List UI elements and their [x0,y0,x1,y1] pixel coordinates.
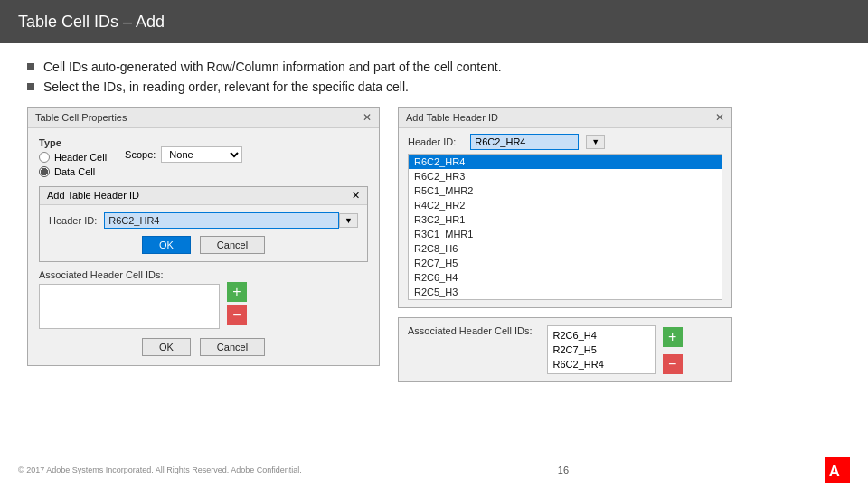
scope-label: Scope: [125,149,156,160]
left-dialog: Table Cell Properties ✕ Type Header Cell [27,107,380,366]
slide-header: Table Cell IDs – Add [0,0,868,43]
radio-header-icon [39,152,50,163]
radio-data-icon [39,166,50,177]
assoc-label: Associated Header Cell IDs: [39,269,220,280]
screenshots-row: Table Cell Properties ✕ Type Header Cell [27,107,841,382]
list-item[interactable]: R2C8_H6 [409,241,722,256]
left-dialog-title-bar: Table Cell Properties ✕ [28,108,379,128]
list-item[interactable]: R2C6_H4 [409,270,722,285]
list-item[interactable]: R3C1_MHR1 [409,227,722,241]
bullet-points-section: Cell IDs auto-generated with Row/Column … [27,60,841,94]
assoc-list-item: R6C2_HR4 [550,357,653,371]
left-dialog-body: Type Header Cell Data Cell Scope: [28,128,379,365]
right-assoc-add-button[interactable]: + [663,327,683,347]
left-dialog-title: Table Cell Properties [35,112,127,123]
right-assoc-list: R2C6_H4R2C7_H5R6C2_HR4 [547,325,656,374]
inner-dialog-title-bar: Add Table Header ID ✕ [40,187,367,205]
bullet-item-2: Select the IDs, in reading order, releva… [27,80,841,94]
inner-ok-button[interactable]: OK [142,236,191,254]
adobe-logo-icon: A [825,457,850,483]
left-dialog-close-btn[interactable]: ✕ [363,111,372,124]
right-header-id-label: Header ID: [408,136,456,147]
bottom-btn-row: OK Cancel [39,338,368,356]
type-section: Type Header Cell Data Cell Scope: [39,137,368,181]
bullet-text-1: Cell IDs auto-generated with Row/Column … [43,60,502,74]
radio-header-cell[interactable]: Header Cell [39,152,107,163]
type-group: Type Header Cell Data Cell [39,137,107,181]
assoc-list-item: R2C6_H4 [550,328,653,343]
right-top-dialog: Add Table Header ID ✕ Header ID: R6C2_HR… [398,107,732,308]
footer-copyright: © 2017 Adobe Systems Incorporated. All R… [18,465,302,474]
bullet-square-2 [27,83,34,90]
list-item[interactable]: R4C2_HR2 [409,198,722,212]
list-item[interactable]: R6C2_HR3 [409,169,722,183]
list-item[interactable]: R6C2_HR4 [409,155,722,169]
inner-dialog-title-text: Add Table Header ID [47,190,139,202]
slide-content: Cell IDs auto-generated with Row/Column … [0,43,868,391]
bullet-item-1: Cell IDs auto-generated with Row/Column … [27,60,841,74]
inner-dialog-body: Header ID: ▼ OK Cancel [40,205,367,261]
list-item[interactable]: R5C1_MHR2 [409,183,722,198]
scope-group: Scope: None [125,146,242,163]
right-assoc-remove-button[interactable]: − [663,354,683,374]
radio-data-cell[interactable]: Data Cell [39,166,107,177]
list-item[interactable]: R3C2_HR1 [409,212,722,227]
right-top-title: Add Table Header ID [406,112,498,123]
bottom-cancel-button[interactable]: Cancel [200,338,265,356]
right-panel: Add Table Header ID ✕ Header ID: R6C2_HR… [398,107,732,382]
inner-cancel-button[interactable]: Cancel [200,236,265,254]
right-assoc-section: Associated Header Cell IDs: R2C6_H4R2C7_… [398,317,732,382]
radio-header-label: Header Cell [54,152,107,163]
bullet-square-1 [27,63,34,70]
right-header-row: Header ID: R6C2_HR4 ▼ [399,128,731,154]
footer-page: 16 [558,465,569,475]
assoc-section: Associated Header Cell IDs: + − [39,269,368,329]
slide-title: Table Cell IDs – Add [18,13,165,32]
radio-data-label: Data Cell [54,166,95,177]
dropdown-arrow-icon[interactable]: ▼ [339,213,358,228]
header-id-row: Header ID: ▼ [49,212,358,229]
list-item[interactable]: R2C5_H3 [409,285,722,299]
bullet-text-2: Select the IDs, in reading order, releva… [43,80,409,94]
assoc-add-button[interactable]: + [227,282,247,302]
assoc-list [39,284,220,329]
list-item[interactable]: R2C7_H5 [409,256,722,270]
inner-dialog: Add Table Header ID ✕ Header ID: ▼ OK Ca… [39,186,368,262]
right-assoc-label: Associated Header Cell IDs: [408,325,533,336]
assoc-list-item: R2C7_H5 [550,343,653,357]
assoc-remove-button[interactable]: − [227,305,247,325]
right-top-close-btn[interactable]: ✕ [715,111,724,124]
scope-select[interactable]: None [161,146,242,163]
header-id-label: Header ID: [49,215,97,226]
bottom-ok-button[interactable]: OK [142,338,191,356]
footer: © 2017 Adobe Systems Incorporated. All R… [0,457,868,483]
inner-dialog-close[interactable]: ✕ [352,190,360,202]
type-label: Type [39,137,107,148]
right-assoc-row: Associated Header Cell IDs: R2C6_H4R2C7_… [408,325,722,374]
right-dropdown-arrow[interactable]: ▼ [586,135,605,149]
header-id-input[interactable] [104,212,339,229]
inner-btn-row: OK Cancel [49,236,358,254]
svg-text:A: A [829,463,840,480]
right-list-box: R6C2_HR4R6C2_HR3R5C1_MHR2R4C2_HR2R3C2_HR… [408,154,722,300]
right-header-id-value: R6C2_HR4 [470,134,579,150]
right-top-title-bar: Add Table Header ID ✕ [399,108,731,128]
